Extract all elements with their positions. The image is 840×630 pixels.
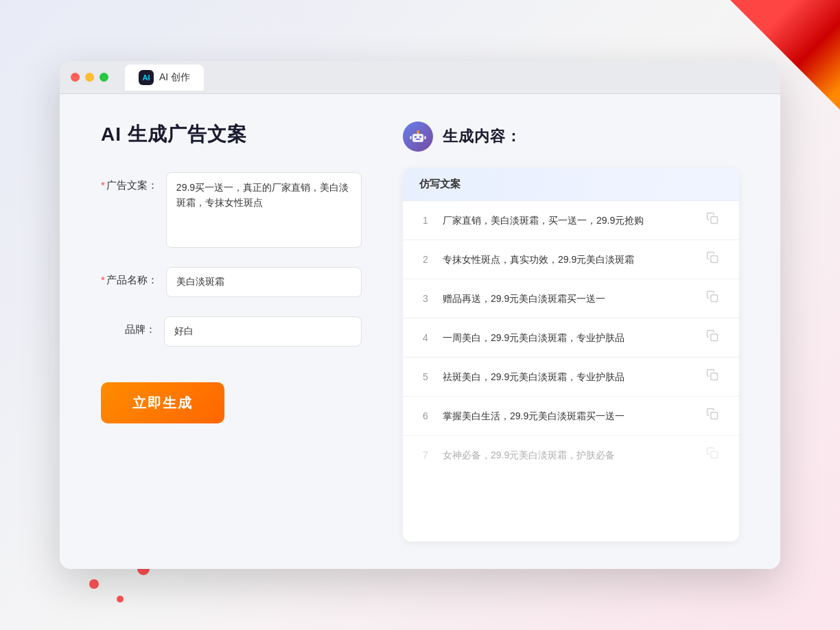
result-number: 2 <box>419 254 432 265</box>
copy-button[interactable] <box>706 251 723 268</box>
output-header: 生成内容： <box>403 121 739 152</box>
copy-button[interactable] <box>706 408 723 424</box>
dot-decoration-1 <box>89 579 99 589</box>
copy-button[interactable] <box>706 329 723 346</box>
ai-tab[interactable]: AI AI 创作 <box>125 65 204 91</box>
results-container: 仿写文案 1厂家直销，美白淡斑霜，买一送一，29.9元抢购 2专抹女性斑点，真实… <box>403 168 739 541</box>
result-item: 6掌握美白生活，29.9元美白淡斑霜买一送一 <box>403 397 739 436</box>
result-text: 掌握美白生活，29.9元美白淡斑霜买一送一 <box>443 409 695 423</box>
svg-rect-10 <box>711 295 718 302</box>
results-list: 1厂家直销，美白淡斑霜，买一送一，29.9元抢购 2专抹女性斑点，真实功效，29… <box>403 201 739 474</box>
result-number: 6 <box>419 410 432 421</box>
svg-rect-14 <box>711 452 718 458</box>
copy-button[interactable] <box>706 212 723 229</box>
result-item: 7女神必备，29.9元美白淡斑霜，护肤必备 <box>403 436 739 474</box>
copy-button[interactable] <box>706 447 723 463</box>
svg-point-5 <box>417 130 419 133</box>
svg-rect-12 <box>711 373 718 380</box>
result-text: 女神必备，29.9元美白淡斑霜，护肤必备 <box>443 448 695 463</box>
tab-bar: AI AI 创作 <box>125 65 204 91</box>
dot-decoration-2 <box>117 596 124 603</box>
left-panel: AI 生成广告文案 *广告文案： *产品名称： 品牌： 立即生成 <box>101 121 362 541</box>
brand-input[interactable] <box>164 316 362 347</box>
svg-rect-8 <box>711 217 718 224</box>
copy-button[interactable] <box>706 290 723 307</box>
ai-icon-text: AI <box>143 73 150 82</box>
brand-label: 品牌： <box>101 316 156 336</box>
product-name-group: *产品名称： <box>101 267 362 297</box>
result-number: 3 <box>419 293 432 304</box>
product-name-input[interactable] <box>166 267 362 297</box>
result-text: 专抹女性斑点，真实功效，29.9元美白淡斑霜 <box>443 253 695 267</box>
browser-content: AI 生成广告文案 *广告文案： *产品名称： 品牌： 立即生成 <box>60 94 780 569</box>
robot-icon <box>403 121 433 152</box>
result-number: 1 <box>419 215 432 226</box>
svg-rect-6 <box>410 136 412 139</box>
svg-rect-13 <box>711 412 718 419</box>
minimize-button[interactable] <box>85 73 94 82</box>
maximize-button[interactable] <box>100 73 108 82</box>
svg-rect-9 <box>711 256 718 263</box>
product-name-required: * <box>101 274 105 285</box>
svg-rect-2 <box>419 136 421 138</box>
result-text: 祛斑美白，29.9元美白淡斑霜，专业护肤品 <box>443 370 695 384</box>
result-item: 1厂家直销，美白淡斑霜，买一送一，29.9元抢购 <box>403 201 739 240</box>
result-item: 3赠品再送，29.9元美白淡斑霜买一送一 <box>403 279 739 318</box>
copy-button[interactable] <box>706 369 723 385</box>
product-name-label: *产品名称： <box>101 267 158 287</box>
generate-button[interactable]: 立即生成 <box>101 382 224 423</box>
ad-copy-label-text: 广告文案： <box>106 179 158 191</box>
ad-copy-required: * <box>101 179 105 191</box>
page-title: AI 生成广告文案 <box>101 121 362 148</box>
window-buttons <box>71 73 108 82</box>
result-number: 4 <box>419 332 432 343</box>
ad-copy-group: *广告文案： <box>101 172 362 248</box>
result-item: 4一周美白，29.9元美白淡斑霜，专业护肤品 <box>403 318 739 358</box>
brand-group: 品牌： <box>101 316 362 347</box>
svg-rect-11 <box>711 334 718 341</box>
result-number: 5 <box>419 371 432 382</box>
right-panel: 生成内容： 仿写文案 1厂家直销，美白淡斑霜，买一送一，29.9元抢购 2专抹女… <box>403 121 739 541</box>
results-header: 仿写文案 <box>403 168 739 201</box>
product-name-label-text: 产品名称： <box>106 274 158 285</box>
svg-rect-1 <box>415 136 417 138</box>
result-item: 2专抹女性斑点，真实功效，29.9元美白淡斑霜 <box>403 240 739 279</box>
result-number: 7 <box>419 450 432 460</box>
ad-copy-label: *广告文案： <box>101 172 158 192</box>
browser-titlebar: AI AI 创作 <box>60 61 780 94</box>
svg-rect-0 <box>412 134 423 142</box>
result-text: 赠品再送，29.9元美白淡斑霜买一送一 <box>443 292 695 306</box>
svg-rect-7 <box>424 136 426 139</box>
result-text: 厂家直销，美白淡斑霜，买一送一，29.9元抢购 <box>443 213 695 228</box>
result-item: 5祛斑美白，29.9元美白淡斑霜，专业护肤品 <box>403 358 739 397</box>
ai-tab-icon: AI <box>139 70 154 85</box>
svg-rect-3 <box>416 139 420 140</box>
ai-tab-label: AI 创作 <box>159 71 190 84</box>
browser-window: AI AI 创作 AI 生成广告文案 *广告文案： *产品名称： <box>60 61 780 569</box>
close-button[interactable] <box>71 73 80 82</box>
ad-copy-input[interactable] <box>166 172 362 248</box>
robot-svg <box>408 127 428 146</box>
result-text: 一周美白，29.9元美白淡斑霜，专业护肤品 <box>443 331 695 345</box>
output-title: 生成内容： <box>443 126 522 147</box>
